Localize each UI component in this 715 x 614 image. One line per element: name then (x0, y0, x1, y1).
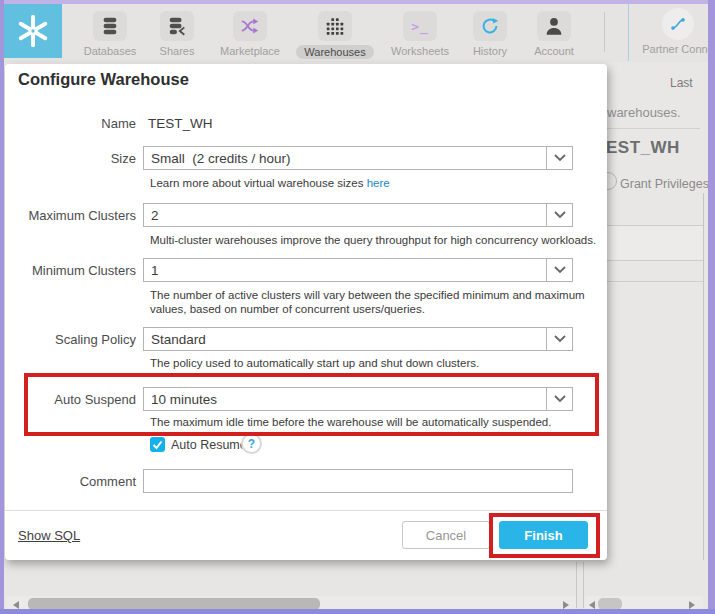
auto-suspend-label: Auto Suspend (5, 392, 136, 407)
nav-label: Shares (160, 45, 195, 57)
snowflake-console: Databases Shares (0, 0, 715, 614)
scroll-left-arrow[interactable] (589, 601, 595, 609)
annotation-border (708, 0, 715, 614)
nav-item-account[interactable]: Account (514, 11, 594, 57)
auto-resume-label: Auto Resume (171, 438, 247, 452)
chevron-down-icon (546, 259, 572, 281)
marketplace-icon (233, 11, 267, 41)
help-icon[interactable]: ? (241, 433, 262, 454)
min-clusters-label: Minimum Clusters (5, 263, 136, 278)
account-icon (537, 11, 571, 41)
worksheets-icon: >_ (403, 11, 437, 41)
panel-divider (583, 562, 584, 608)
max-clusters-label: Maximum Clusters (5, 208, 136, 223)
snowflake-logo[interactable] (4, 4, 62, 58)
size-label: Size (5, 151, 136, 166)
main-scrollbar-thumb[interactable] (28, 598, 320, 610)
nav-divider (604, 12, 605, 52)
auto-resume-checkbox[interactable] (150, 437, 165, 452)
background-list-row (600, 225, 704, 261)
annotation-border (0, 0, 4, 614)
min-clusters-select[interactable]: 1 (143, 258, 573, 282)
size-help-text: Learn more about virtual warehouse sizes… (150, 176, 598, 190)
top-nav-bar: Databases Shares (0, 0, 715, 62)
panel-border (703, 193, 704, 605)
shares-icon (160, 11, 194, 41)
snowflake-icon (15, 13, 51, 49)
divider (600, 128, 700, 129)
background-sentence: warehouses. (607, 105, 681, 120)
nav-label: Marketplace (220, 45, 280, 57)
scaling-policy-help-text: The policy used to automatically start u… (150, 356, 598, 370)
nav-label: Worksheets (391, 45, 449, 57)
name-label: Name (5, 116, 136, 131)
background-list-row (600, 261, 704, 282)
min-clusters-help-text: The number of active clusters will vary … (150, 288, 598, 316)
scaling-policy-select[interactable]: Standard (143, 327, 573, 351)
cancel-button[interactable]: Cancel (402, 521, 490, 549)
comment-label: Comment (5, 474, 136, 489)
last-refresh-label: Last (670, 76, 693, 90)
configure-warehouse-dialog: Configure Warehouse Name TEST_WH Size Sm… (5, 64, 607, 560)
chevron-down-icon (546, 328, 572, 350)
name-value: TEST_WH (148, 116, 213, 131)
panel-separator-line (628, 4, 629, 61)
panel-divider (576, 562, 577, 608)
chevron-down-icon (546, 147, 572, 169)
auto-suspend-help-text: The maximum idle time before the warehou… (150, 415, 598, 429)
nav-item-shares[interactable]: Shares (137, 11, 217, 57)
nav-label: Account (534, 45, 574, 57)
grant-privileges-button[interactable]: Grant Privileges (620, 177, 709, 191)
warehouse-sizes-link[interactable]: here (367, 177, 390, 189)
scroll-right-arrow[interactable] (689, 601, 695, 609)
comment-input[interactable] (143, 469, 573, 493)
size-select[interactable]: Small (2 credits / hour) (143, 146, 573, 170)
nav-label: History (473, 45, 507, 57)
nav-label: Partner Conne (642, 43, 714, 55)
partner-connect-icon (662, 8, 694, 40)
nav-item-partner-connect[interactable]: Partner Conne (638, 8, 715, 55)
footer-divider (5, 510, 607, 511)
max-clusters-help-text: Multi-cluster warehouses improve the que… (150, 233, 598, 247)
nav-item-worksheets[interactable]: >_ Worksheets (380, 11, 460, 57)
scroll-right-arrow[interactable] (563, 601, 569, 609)
chevron-down-icon (546, 388, 572, 410)
finish-button[interactable]: Finish (499, 521, 588, 549)
nav-item-marketplace[interactable]: Marketplace (210, 11, 290, 57)
warehouse-name-heading: EST_WH (606, 138, 680, 158)
history-icon (473, 11, 507, 41)
panel-scrollbar-thumb[interactable] (598, 598, 622, 610)
show-sql-link[interactable]: Show SQL (18, 528, 80, 543)
chevron-down-icon (546, 204, 572, 226)
max-clusters-select[interactable]: 2 (143, 203, 573, 227)
nav-item-warehouses[interactable]: Warehouses (295, 11, 375, 59)
scroll-left-arrow[interactable] (13, 601, 19, 609)
dialog-title: Configure Warehouse (18, 70, 189, 89)
bottom-scroll-area (0, 560, 715, 609)
databases-icon (93, 11, 127, 41)
checkmark-icon (152, 440, 163, 450)
scaling-policy-label: Scaling Policy (5, 332, 136, 347)
warehouses-icon (318, 11, 352, 41)
nav-label-active: Warehouses (296, 45, 373, 59)
auto-suspend-select[interactable]: 10 minutes (143, 387, 573, 411)
nav-label: Databases (84, 45, 137, 57)
